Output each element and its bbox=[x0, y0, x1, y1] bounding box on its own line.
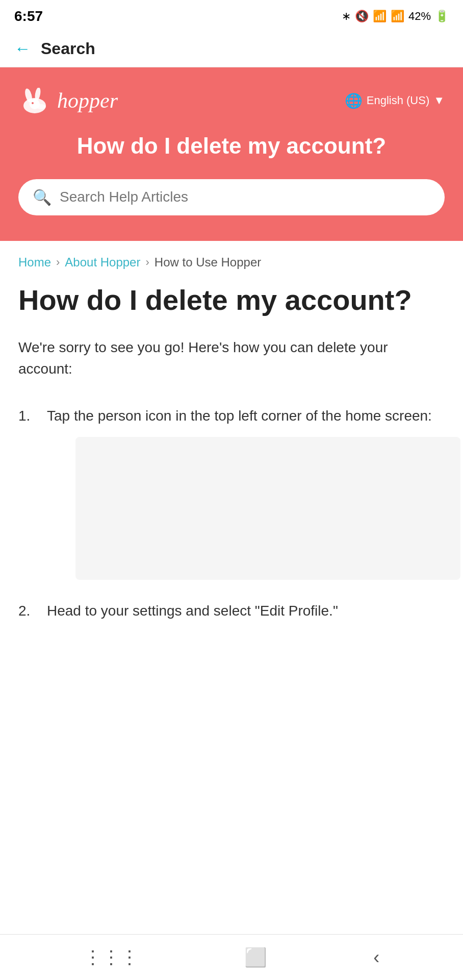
globe-icon: 🌐 bbox=[345, 92, 363, 109]
search-icon: 🔍 bbox=[33, 188, 52, 206]
svg-point-5 bbox=[36, 104, 46, 109]
step-number-1: 1. bbox=[18, 405, 39, 427]
nav-title: Search bbox=[41, 39, 95, 58]
breadcrumb-current: How to Use Hopper bbox=[155, 255, 261, 270]
hopper-rabbit-icon bbox=[18, 88, 51, 113]
step-item-2: 2. Head to your settings and select "Edi… bbox=[18, 600, 445, 622]
status-icons: ∗ 🔇 📶 📶 42% 🔋 bbox=[342, 10, 449, 23]
article-intro: We're sorry to see you go! Here's how yo… bbox=[18, 337, 445, 380]
back-nav-icon[interactable]: ‹ bbox=[373, 947, 379, 968]
steps-list: 1. Tap the person icon in the top left c… bbox=[18, 405, 445, 622]
search-box[interactable]: 🔍 bbox=[18, 179, 445, 215]
menu-icon[interactable]: ⋮⋮⋮ bbox=[84, 947, 139, 968]
language-selector[interactable]: 🌐 English (US) ▼ bbox=[345, 92, 445, 109]
mute-icon: 🔇 bbox=[355, 10, 369, 23]
status-time: 6:57 bbox=[14, 8, 43, 24]
hopper-logo: hopper bbox=[18, 88, 118, 113]
hero-header: hopper 🌐 English (US) ▼ bbox=[18, 88, 445, 113]
breadcrumb-separator-1: › bbox=[56, 256, 60, 269]
status-bar: 6:57 ∗ 🔇 📶 📶 42% 🔋 bbox=[0, 0, 463, 31]
battery-percent: 42% bbox=[408, 10, 431, 23]
step-item-1: 1. Tap the person icon in the top left c… bbox=[18, 405, 445, 580]
dropdown-arrow-icon: ▼ bbox=[433, 94, 445, 107]
back-button[interactable]: ← bbox=[14, 39, 31, 58]
step-image-1 bbox=[75, 437, 460, 580]
hero-title: How do I delete my account? bbox=[18, 128, 445, 165]
battery-icon: 🔋 bbox=[435, 10, 449, 23]
hopper-logo-text: hopper bbox=[57, 88, 118, 113]
article-title: How do I delete my account? bbox=[18, 284, 445, 316]
hero-banner: hopper 🌐 English (US) ▼ How do I delete … bbox=[0, 67, 463, 241]
signal-icon: 📶 bbox=[391, 10, 404, 23]
back-arrow-icon: ← bbox=[14, 39, 31, 58]
main-content: How do I delete my account? We're sorry … bbox=[0, 279, 463, 934]
search-input[interactable] bbox=[60, 189, 430, 205]
step-text-2: Head to your settings and select "Edit P… bbox=[47, 600, 338, 622]
home-icon[interactable]: ⬜ bbox=[244, 947, 267, 968]
bottom-nav: ⋮⋮⋮ ⬜ ‹ bbox=[0, 934, 463, 980]
breadcrumb-separator-2: › bbox=[145, 256, 149, 269]
top-nav: ← Search bbox=[0, 31, 463, 67]
bluetooth-icon: ∗ bbox=[342, 10, 351, 23]
breadcrumb-about-hopper[interactable]: About Hopper bbox=[65, 255, 140, 270]
breadcrumb: Home › About Hopper › How to Use Hopper bbox=[0, 241, 463, 279]
language-label: English (US) bbox=[367, 94, 429, 107]
step-number-2: 2. bbox=[18, 600, 39, 622]
step-text-1: Tap the person icon in the top left corn… bbox=[47, 408, 432, 424]
breadcrumb-home[interactable]: Home bbox=[18, 255, 51, 270]
svg-point-4 bbox=[32, 102, 34, 104]
wifi-icon: 📶 bbox=[373, 10, 387, 23]
